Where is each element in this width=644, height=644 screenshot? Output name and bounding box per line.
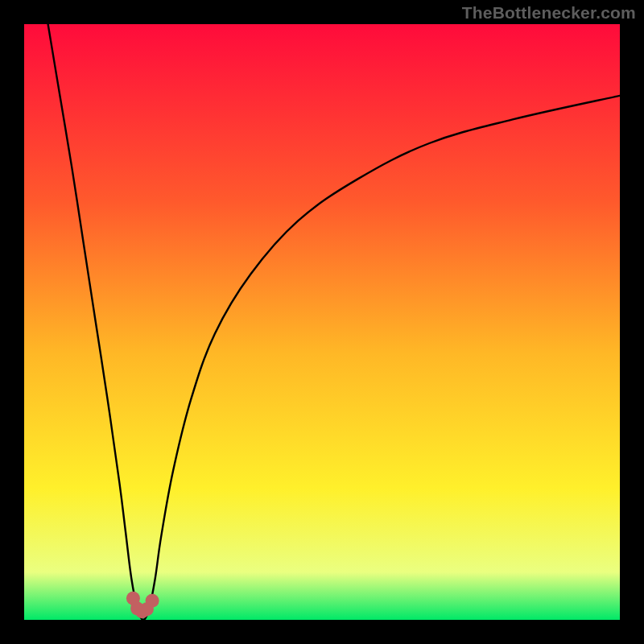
watermark-text: TheBottlenecker.com	[462, 3, 636, 23]
chart-svg	[24, 24, 620, 620]
gradient-background	[24, 24, 620, 620]
chart-frame: TheBottlenecker.com	[0, 0, 644, 644]
plot-area	[24, 24, 620, 620]
